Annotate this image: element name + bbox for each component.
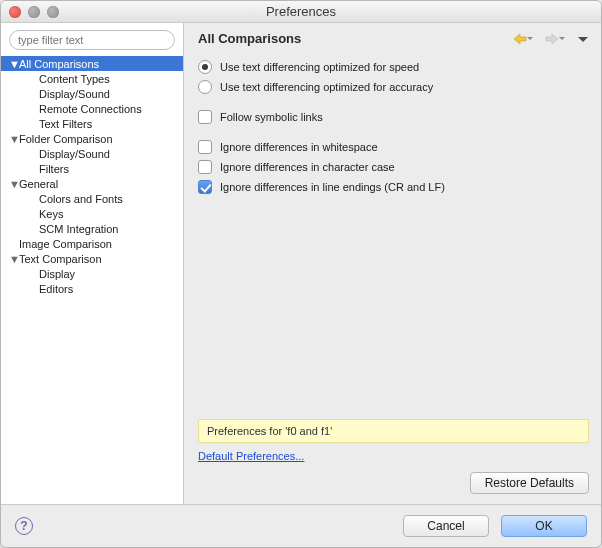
tree-item-label: Display/Sound — [39, 88, 110, 100]
window-title: Preferences — [1, 4, 601, 19]
tree-item-label: Colors and Fonts — [39, 193, 123, 205]
close-icon[interactable] — [9, 6, 21, 18]
disclosure-triangle-icon[interactable]: ▼ — [9, 133, 19, 145]
tree-item-label: Folder Comparison — [19, 133, 113, 145]
history-nav — [513, 32, 589, 46]
tree-item-label: Keys — [39, 208, 63, 220]
tree-item[interactable]: Display — [1, 266, 183, 281]
tree-item[interactable]: Display/Sound — [1, 146, 183, 161]
tree-item[interactable]: Content Types — [1, 71, 183, 86]
zoom-icon[interactable] — [47, 6, 59, 18]
tree-item[interactable]: ▼Folder Comparison — [1, 131, 183, 146]
tree-item-label: Text Comparison — [19, 253, 102, 265]
tree-item[interactable]: Text Filters — [1, 116, 183, 131]
preferences-window: Preferences ▼All ComparisonsContent Type… — [0, 0, 602, 548]
radio-icon — [198, 80, 212, 94]
radio-diff-accuracy[interactable]: Use text differencing optimized for accu… — [198, 80, 589, 94]
minimize-icon[interactable] — [28, 6, 40, 18]
checkbox-icon — [198, 140, 212, 154]
disclosure-triangle-icon[interactable]: ▼ — [9, 58, 19, 70]
help-icon[interactable]: ? — [15, 517, 33, 535]
tree-item-label: Text Filters — [39, 118, 92, 130]
tree-item-label: General — [19, 178, 58, 190]
tree-item[interactable]: Display/Sound — [1, 86, 183, 101]
tree-item-label: Display/Sound — [39, 148, 110, 160]
radio-icon — [198, 60, 212, 74]
tree-item[interactable]: Filters — [1, 161, 183, 176]
disclosure-triangle-icon[interactable]: ▼ — [9, 253, 19, 265]
tree-item-label: Filters — [39, 163, 69, 175]
checkbox-label: Follow symbolic links — [220, 111, 323, 123]
tree-item-label: Remote Connections — [39, 103, 142, 115]
restore-defaults-button[interactable]: Restore Defaults — [470, 472, 589, 494]
titlebar: Preferences — [1, 1, 601, 23]
checkbox-icon — [198, 180, 212, 194]
window-controls — [9, 6, 59, 18]
radio-diff-speed[interactable]: Use text differencing optimized for spee… — [198, 60, 589, 74]
forward-button[interactable] — [545, 32, 567, 46]
checkbox-label: Ignore differences in character case — [220, 161, 395, 173]
filter-input[interactable] — [9, 30, 175, 50]
ok-button[interactable]: OK — [501, 515, 587, 537]
tree-item-label: Editors — [39, 283, 73, 295]
cancel-button[interactable]: Cancel — [403, 515, 489, 537]
tree-item[interactable]: Keys — [1, 206, 183, 221]
radio-label: Use text differencing optimized for spee… — [220, 61, 419, 73]
tree-item-label: All Comparisons — [19, 58, 99, 70]
radio-label: Use text differencing optimized for accu… — [220, 81, 433, 93]
preferences-tree[interactable]: ▼All ComparisonsContent TypesDisplay/Sou… — [1, 56, 183, 504]
checkbox-label: Ignore differences in whitespace — [220, 141, 378, 153]
dialog-footer: ? Cancel OK — [1, 505, 601, 547]
tree-item[interactable]: ▼Text Comparison — [1, 251, 183, 266]
disclosure-triangle-icon[interactable]: ▼ — [9, 178, 19, 190]
tree-item[interactable]: ▼General — [1, 176, 183, 191]
sidebar: ▼All ComparisonsContent TypesDisplay/Sou… — [1, 23, 184, 504]
checkbox-icon — [198, 160, 212, 174]
tree-item[interactable]: Remote Connections — [1, 101, 183, 116]
checkbox-icon — [198, 110, 212, 124]
default-preferences-link[interactable]: Default Preferences... — [198, 450, 304, 462]
tree-item[interactable]: Editors — [1, 281, 183, 296]
content-pane: All Comparisons — [184, 23, 601, 504]
tree-item-label: Image Comparison — [19, 238, 112, 250]
tree-item-label: SCM Integration — [39, 223, 118, 235]
check-follow-symlinks[interactable]: Follow symbolic links — [198, 110, 589, 124]
scope-banner: Preferences for 'f0 and f1' — [198, 419, 589, 443]
tree-item-label: Content Types — [39, 73, 110, 85]
tree-item[interactable]: SCM Integration — [1, 221, 183, 236]
checkbox-label: Ignore differences in line endings (CR a… — [220, 181, 445, 193]
check-ignore-case[interactable]: Ignore differences in character case — [198, 160, 589, 174]
back-button[interactable] — [513, 32, 535, 46]
tree-item-label: Display — [39, 268, 75, 280]
tree-item[interactable]: Colors and Fonts — [1, 191, 183, 206]
check-ignore-line-endings[interactable]: Ignore differences in line endings (CR a… — [198, 180, 589, 194]
tree-item[interactable]: Image Comparison — [1, 236, 183, 251]
check-ignore-whitespace[interactable]: Ignore differences in whitespace — [198, 140, 589, 154]
tree-item[interactable]: ▼All Comparisons — [1, 56, 183, 71]
page-title: All Comparisons — [198, 31, 301, 46]
view-menu-button[interactable] — [577, 32, 589, 46]
